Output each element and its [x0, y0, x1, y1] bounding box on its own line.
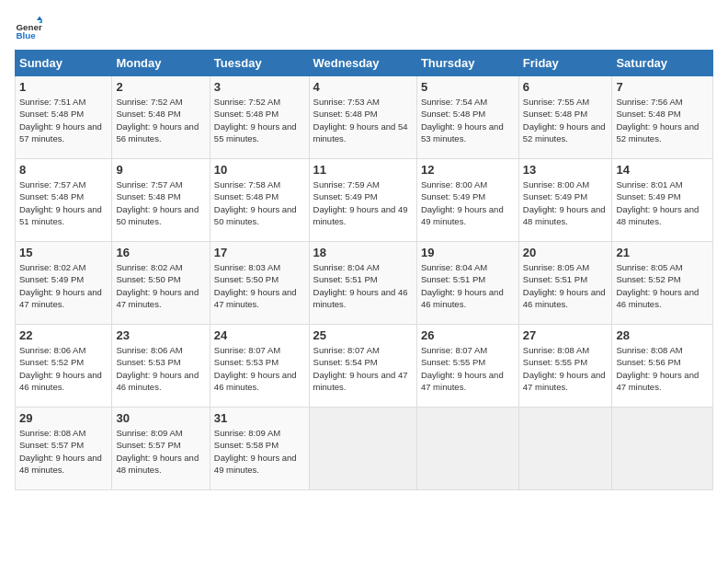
- sunrise: Sunrise: 7:58 AM: [214, 179, 280, 190]
- day-number: 31: [214, 411, 305, 425]
- daylight: Daylight: 9 hours and 46 minutes.: [19, 370, 102, 392]
- calendar-day-cell: 9 Sunrise: 7:57 AM Sunset: 5:48 PM Dayli…: [112, 159, 210, 242]
- day-info: Sunrise: 8:04 AM Sunset: 5:51 PM Dayligh…: [421, 261, 515, 310]
- sunrise: Sunrise: 8:02 AM: [116, 262, 182, 272]
- weekday-header: Wednesday: [309, 51, 416, 76]
- sunset: Sunset: 5:52 PM: [19, 357, 84, 367]
- calendar-header: SundayMondayTuesdayWednesdayThursdayFrid…: [16, 51, 713, 76]
- daylight: Daylight: 9 hours and 52 minutes.: [523, 121, 606, 144]
- daylight: Daylight: 9 hours and 55 minutes.: [214, 121, 297, 144]
- sunset: Sunset: 5:48 PM: [313, 109, 378, 119]
- calendar-day-cell: 2 Sunrise: 7:52 AM Sunset: 5:48 PM Dayli…: [112, 76, 210, 159]
- calendar-day-cell: 18 Sunrise: 8:04 AM Sunset: 5:51 PM Dayl…: [309, 242, 416, 325]
- page-header: General Blue: [15, 15, 713, 42]
- day-info: Sunrise: 8:02 AM Sunset: 5:49 PM Dayligh…: [19, 261, 108, 310]
- day-info: Sunrise: 7:57 AM Sunset: 5:48 PM Dayligh…: [116, 178, 205, 227]
- sunset: Sunset: 5:50 PM: [214, 274, 279, 284]
- sunrise: Sunrise: 8:07 AM: [313, 345, 380, 355]
- sunset: Sunset: 5:56 PM: [616, 357, 680, 367]
- sunset: Sunset: 5:51 PM: [523, 274, 587, 284]
- calendar-day-cell: [518, 408, 612, 490]
- calendar-day-cell: 3 Sunrise: 7:52 AM Sunset: 5:48 PM Dayli…: [210, 76, 309, 159]
- daylight: Daylight: 9 hours and 48 minutes.: [19, 453, 102, 475]
- calendar-day-cell: 13 Sunrise: 8:00 AM Sunset: 5:49 PM Dayl…: [518, 159, 612, 242]
- sunrise: Sunrise: 8:08 AM: [523, 345, 589, 355]
- sunset: Sunset: 5:58 PM: [214, 440, 279, 450]
- calendar-week-row: 22 Sunrise: 8:06 AM Sunset: 5:52 PM Dayl…: [16, 325, 713, 408]
- weekday-header: Tuesday: [210, 51, 309, 76]
- day-info: Sunrise: 8:06 AM Sunset: 5:53 PM Dayligh…: [116, 344, 205, 393]
- calendar-day-cell: 10 Sunrise: 7:58 AM Sunset: 5:48 PM Dayl…: [210, 159, 309, 242]
- day-info: Sunrise: 8:06 AM Sunset: 5:52 PM Dayligh…: [19, 344, 108, 393]
- daylight: Daylight: 9 hours and 48 minutes.: [616, 204, 699, 226]
- daylight: Daylight: 9 hours and 46 minutes.: [313, 287, 408, 309]
- calendar-day-cell: 14 Sunrise: 8:01 AM Sunset: 5:49 PM Dayl…: [612, 159, 713, 242]
- sunrise: Sunrise: 8:08 AM: [616, 345, 682, 355]
- day-number: 9: [116, 163, 205, 177]
- calendar-day-cell: [309, 408, 416, 490]
- daylight: Daylight: 9 hours and 53 minutes.: [421, 121, 504, 144]
- day-number: 24: [214, 328, 305, 342]
- day-number: 2: [116, 80, 205, 94]
- sunset: Sunset: 5:55 PM: [523, 357, 587, 367]
- day-number: 21: [616, 246, 709, 259]
- day-number: 13: [523, 163, 609, 177]
- sunrise: Sunrise: 7:57 AM: [19, 179, 85, 190]
- logo: General Blue: [15, 15, 42, 42]
- daylight: Daylight: 9 hours and 49 minutes.: [214, 453, 297, 475]
- calendar-table: SundayMondayTuesdayWednesdayThursdayFrid…: [15, 50, 713, 490]
- calendar-day-cell: 1 Sunrise: 7:51 AM Sunset: 5:48 PM Dayli…: [16, 76, 112, 159]
- sunset: Sunset: 5:51 PM: [313, 274, 378, 284]
- calendar-day-cell: 19 Sunrise: 8:04 AM Sunset: 5:51 PM Dayl…: [416, 242, 518, 325]
- day-number: 12: [421, 163, 515, 177]
- calendar-week-row: 15 Sunrise: 8:02 AM Sunset: 5:49 PM Dayl…: [16, 242, 713, 325]
- day-number: 7: [616, 80, 709, 94]
- day-number: 6: [523, 80, 609, 94]
- calendar-day-cell: 25 Sunrise: 8:07 AM Sunset: 5:54 PM Dayl…: [309, 325, 416, 408]
- sunset: Sunset: 5:49 PM: [523, 191, 587, 201]
- day-number: 8: [19, 163, 108, 177]
- day-number: 19: [421, 246, 515, 259]
- sunset: Sunset: 5:48 PM: [214, 109, 279, 119]
- day-number: 30: [116, 411, 205, 425]
- sunset: Sunset: 5:48 PM: [421, 109, 485, 119]
- day-info: Sunrise: 7:59 AM Sunset: 5:49 PM Dayligh…: [313, 178, 413, 227]
- daylight: Daylight: 9 hours and 50 minutes.: [116, 204, 199, 226]
- sunrise: Sunrise: 8:07 AM: [214, 345, 280, 355]
- sunset: Sunset: 5:52 PM: [616, 274, 680, 284]
- calendar-day-cell: 6 Sunrise: 7:55 AM Sunset: 5:48 PM Dayli…: [518, 76, 612, 159]
- calendar-day-cell: 21 Sunrise: 8:05 AM Sunset: 5:52 PM Dayl…: [612, 242, 713, 325]
- weekday-header: Friday: [518, 51, 612, 76]
- calendar-day-cell: 30 Sunrise: 8:09 AM Sunset: 5:57 PM Dayl…: [112, 408, 210, 490]
- daylight: Daylight: 9 hours and 48 minutes.: [523, 204, 606, 226]
- sunrise: Sunrise: 8:06 AM: [19, 345, 85, 355]
- daylight: Daylight: 9 hours and 46 minutes.: [214, 370, 297, 392]
- calendar-week-row: 1 Sunrise: 7:51 AM Sunset: 5:48 PM Dayli…: [16, 76, 713, 159]
- day-info: Sunrise: 7:52 AM Sunset: 5:48 PM Dayligh…: [116, 96, 205, 144]
- day-number: 15: [19, 246, 108, 259]
- daylight: Daylight: 9 hours and 48 minutes.: [116, 453, 199, 475]
- day-info: Sunrise: 8:04 AM Sunset: 5:51 PM Dayligh…: [313, 261, 413, 310]
- sunrise: Sunrise: 7:52 AM: [214, 97, 280, 107]
- daylight: Daylight: 9 hours and 46 minutes.: [116, 370, 199, 392]
- sunset: Sunset: 5:48 PM: [19, 191, 84, 201]
- sunrise: Sunrise: 8:03 AM: [214, 262, 280, 272]
- calendar-day-cell: 11 Sunrise: 7:59 AM Sunset: 5:49 PM Dayl…: [309, 159, 416, 242]
- sunrise: Sunrise: 7:57 AM: [116, 179, 182, 190]
- weekday-header: Sunday: [16, 51, 112, 76]
- day-number: 28: [616, 328, 709, 342]
- sunset: Sunset: 5:49 PM: [616, 191, 680, 201]
- day-number: 27: [523, 328, 609, 342]
- day-number: 20: [523, 246, 609, 259]
- day-info: Sunrise: 8:07 AM Sunset: 5:55 PM Dayligh…: [421, 344, 515, 393]
- calendar-day-cell: [612, 408, 713, 490]
- day-info: Sunrise: 8:09 AM Sunset: 5:58 PM Dayligh…: [214, 427, 305, 476]
- daylight: Daylight: 9 hours and 47 minutes.: [616, 370, 699, 392]
- sunset: Sunset: 5:49 PM: [313, 191, 378, 201]
- daylight: Daylight: 9 hours and 57 minutes.: [19, 121, 102, 144]
- sunrise: Sunrise: 8:02 AM: [19, 262, 85, 272]
- calendar-day-cell: 29 Sunrise: 8:08 AM Sunset: 5:57 PM Dayl…: [16, 408, 112, 490]
- day-info: Sunrise: 8:07 AM Sunset: 5:54 PM Dayligh…: [313, 344, 413, 393]
- calendar-day-cell: 31 Sunrise: 8:09 AM Sunset: 5:58 PM Dayl…: [210, 408, 309, 490]
- daylight: Daylight: 9 hours and 47 minutes.: [19, 287, 102, 309]
